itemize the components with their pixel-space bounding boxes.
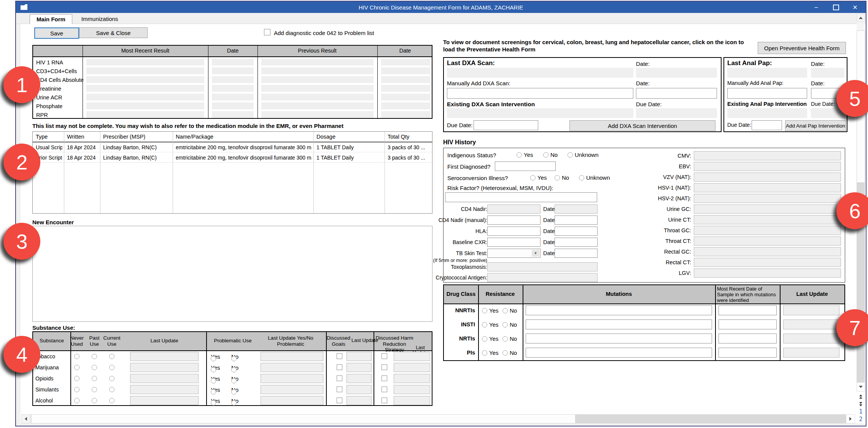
mutations-input[interactable] — [526, 319, 712, 329]
save-button[interactable]: Save — [34, 27, 79, 39]
sample-date-input[interactable] — [719, 305, 777, 315]
scroll-left-button[interactable] — [21, 414, 30, 423]
never-used-radio[interactable] — [74, 376, 79, 381]
manual-pap-input[interactable] — [727, 88, 807, 99]
problematic-yes[interactable]: Yes — [211, 375, 220, 382]
problematic-no[interactable]: No — [231, 375, 238, 382]
discussed-goals-checkbox[interactable] — [337, 353, 342, 359]
resistance-yes[interactable]: Yes — [482, 335, 498, 342]
past-use-radio[interactable] — [92, 365, 97, 370]
harm-reduction-checkbox[interactable] — [382, 398, 387, 403]
drug-row-nrtis: NRTIs Yes No — [444, 332, 844, 346]
previous-page-button[interactable] — [857, 393, 865, 400]
current-use-radio[interactable] — [109, 365, 114, 370]
hiv-history-title: HIV History — [443, 139, 476, 146]
resistance-no[interactable]: No — [502, 350, 517, 356]
problematic-yes[interactable]: Yes — [211, 353, 220, 360]
existing-dxa-value — [447, 108, 633, 118]
problematic-yes[interactable]: Yes — [211, 386, 220, 393]
goals-last-update-field — [347, 396, 372, 405]
minimize-button[interactable]: – — [809, 2, 824, 13]
maximize-button[interactable] — [828, 2, 844, 13]
save-close-button[interactable]: Save & Close — [79, 27, 148, 38]
problematic-yes[interactable]: Yes — [211, 364, 220, 371]
problematic-yes[interactable]: Yes — [211, 398, 220, 404]
never-used-radio[interactable] — [74, 354, 79, 359]
titlebar[interactable]: HIV Chronic Disease Management Form for … — [16, 2, 866, 13]
never-used-radio[interactable] — [74, 365, 79, 370]
last-update-field — [130, 374, 199, 383]
scroll-up-button[interactable] — [857, 14, 865, 22]
substance-row-simulants: Simulants Yes No — [33, 384, 432, 395]
problematic-no[interactable]: No — [231, 353, 238, 360]
throat-gc-field — [694, 226, 841, 235]
problematic-no[interactable]: No — [231, 386, 238, 393]
problematic-no[interactable]: No — [231, 398, 238, 404]
harm-reduction-checkbox[interactable] — [382, 353, 387, 359]
last-update-yn-field — [261, 385, 323, 394]
scroll-down-button[interactable] — [857, 382, 865, 391]
harm-reduction-checkbox[interactable] — [382, 386, 387, 392]
past-use-radio[interactable] — [92, 354, 97, 359]
past-use-radio[interactable] — [92, 376, 97, 381]
horizontal-scrollbar-thumb[interactable] — [31, 414, 575, 423]
annotation-badge-4: 4 — [3, 336, 40, 373]
manual-dxa-date-input[interactable] — [636, 88, 717, 99]
mutations-input[interactable] — [526, 305, 712, 315]
resistance-no[interactable]: No — [502, 307, 517, 314]
goals-last-update-field — [347, 374, 372, 383]
add-pap-intervention-button[interactable]: Add Anal Pap Intervention — [785, 120, 846, 131]
last-update-field — [783, 348, 839, 358]
problematic-no[interactable]: No — [231, 364, 238, 371]
page-number-2[interactable]: 2 — [857, 416, 865, 423]
resistance-yes[interactable]: Yes — [482, 321, 498, 328]
pap-due-date-input[interactable] — [752, 120, 782, 130]
sti-row-lgv: LGV: — [444, 268, 845, 279]
discussed-goals-checkbox[interactable] — [337, 398, 342, 403]
open-preventive-health-button[interactable]: Open Preventive Health Form — [758, 42, 846, 54]
urine-gc-field — [694, 204, 841, 214]
resistance-no[interactable]: No — [502, 321, 517, 328]
resistance-yes[interactable]: Yes — [482, 350, 498, 356]
discussed-goals-checkbox[interactable] — [337, 364, 342, 370]
discussed-goals-checkbox[interactable] — [337, 375, 342, 381]
scroll-right-button[interactable] — [846, 414, 855, 423]
horizontal-scrollbar-track-right[interactable] — [575, 414, 846, 423]
substance-row-alcohol: Alcohol Yes No — [33, 395, 432, 406]
current-use-radio[interactable] — [109, 398, 114, 403]
substance-row-tobacco: Tobacco Yes No — [33, 351, 432, 362]
discussed-goals-checkbox[interactable] — [337, 386, 342, 392]
current-use-radio[interactable] — [109, 354, 114, 359]
page-number-1[interactable]: 1 — [857, 408, 865, 415]
add-dxa-intervention-button[interactable]: Add DXA Scan Intervention — [569, 120, 715, 131]
dxa-due-date-input[interactable] — [474, 120, 538, 130]
sample-date-input[interactable] — [719, 334, 777, 343]
sample-date-input[interactable] — [719, 348, 777, 358]
next-page-button[interactable] — [857, 401, 865, 407]
lab-results-table: Most Recent Result Date Previous Result … — [32, 45, 432, 119]
mutations-input[interactable] — [526, 334, 712, 343]
new-encounter-textarea[interactable] — [32, 226, 432, 322]
past-use-radio[interactable] — [92, 387, 97, 392]
last-update-yn-field — [261, 396, 323, 405]
resistance-no[interactable]: No — [502, 335, 517, 342]
hsv2-field — [694, 194, 841, 203]
manual-dxa-input[interactable] — [447, 88, 633, 99]
close-button[interactable]: ✕ — [847, 2, 863, 13]
never-used-radio[interactable] — [74, 398, 79, 403]
current-use-radio[interactable] — [109, 376, 114, 381]
harm-reduction-checkbox[interactable] — [382, 364, 387, 370]
past-use-radio[interactable] — [92, 398, 97, 403]
drug-row-nnrtis: NNRTIs Yes No — [444, 303, 844, 318]
diagnostic-code-checkbox[interactable] — [264, 29, 270, 35]
never-used-radio[interactable] — [74, 387, 79, 392]
sample-date-input[interactable] — [719, 319, 777, 329]
harm-reduction-checkbox[interactable] — [382, 375, 387, 381]
mutations-input[interactable] — [526, 348, 712, 358]
tab-main-form[interactable]: Main Form — [30, 14, 72, 24]
arrow-right-icon — [849, 417, 852, 421]
tab-immunizations[interactable]: Immunizations — [73, 14, 126, 24]
resistance-yes[interactable]: Yes — [482, 307, 498, 314]
hiv-history-panel: Indigenous Status? Yes No Unknown First … — [443, 148, 845, 283]
current-use-radio[interactable] — [109, 387, 114, 392]
